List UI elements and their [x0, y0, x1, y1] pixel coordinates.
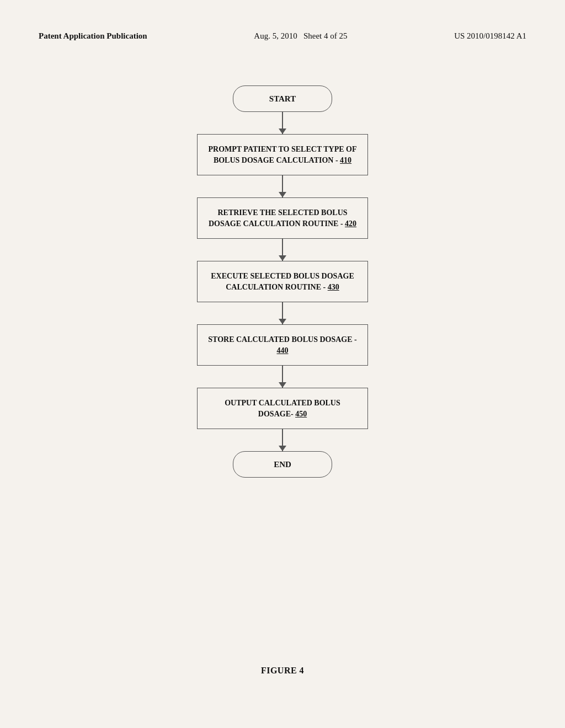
step1-label: PROMPT PATIENT TO SELECT TYPE OF BOLUS D…: [207, 144, 358, 165]
arrow-5: [282, 366, 283, 388]
step2-box: RETRIEVE THE SELECTED BOLUS DOSAGE CALCU…: [197, 197, 368, 239]
step5-label: OUTPUT CALCULATED BOLUS DOSAGE- 450: [207, 398, 358, 419]
arrow-4: [282, 302, 283, 324]
step1-box: PROMPT PATIENT TO SELECT TYPE OF BOLUS D…: [197, 134, 368, 175]
patent-page: Patent Application Publication Aug. 5, 2…: [0, 0, 565, 728]
arrow-3: [282, 239, 283, 261]
step5-ref: 450: [295, 410, 307, 418]
step2-label: RETRIEVE THE SELECTED BOLUS DOSAGE CALCU…: [207, 207, 358, 229]
step4-ref: 440: [277, 346, 289, 355]
figure-caption: FIGURE 4: [261, 666, 304, 676]
step3-ref: 430: [328, 283, 339, 291]
step2-ref: 420: [345, 220, 356, 228]
step1-ref: 410: [340, 156, 351, 164]
flowchart: START PROMPT PATIENT TO SELECT TYPE OF B…: [178, 85, 387, 478]
step3-label: EXECUTE SELECTED BOLUS DOSAGE CALCULATIO…: [207, 271, 358, 292]
arrow-1: [282, 112, 283, 134]
start-label: START: [269, 94, 296, 104]
header-patent-number: US 2010/0198142 A1: [454, 30, 526, 42]
start-box: START: [233, 85, 332, 112]
step4-label: STORE CALCULATED BOLUS DOSAGE - 440: [207, 334, 358, 356]
step3-box: EXECUTE SELECTED BOLUS DOSAGE CALCULATIO…: [197, 261, 368, 302]
header-date: Aug. 5, 2010: [254, 31, 297, 40]
end-label: END: [274, 460, 291, 469]
arrow-2: [282, 175, 283, 197]
step4-box: STORE CALCULATED BOLUS DOSAGE - 440: [197, 324, 368, 366]
step5-box: OUTPUT CALCULATED BOLUS DOSAGE- 450: [197, 388, 368, 429]
page-header: Patent Application Publication Aug. 5, 2…: [0, 30, 565, 42]
end-box: END: [233, 451, 332, 478]
header-publication-label: Patent Application Publication: [39, 30, 147, 42]
arrow-6: [282, 429, 283, 451]
header-sheet: Sheet 4 of 25: [303, 31, 348, 40]
header-date-sheet: Aug. 5, 2010 Sheet 4 of 25: [254, 30, 347, 42]
